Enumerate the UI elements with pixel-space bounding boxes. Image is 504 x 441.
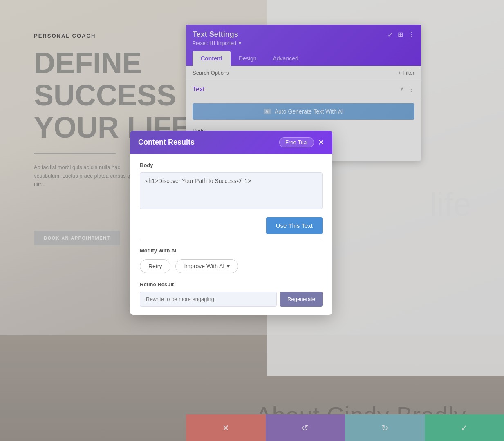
- close-button[interactable]: ✕: [318, 138, 324, 147]
- use-text-btn-container: Use This Text: [140, 217, 323, 234]
- modal-header-right: Free Trial ✕: [279, 137, 324, 147]
- refine-label: Refine Result: [140, 281, 323, 287]
- modal-header: Content Results Free Trial ✕: [130, 131, 332, 154]
- refine-input[interactable]: [140, 292, 277, 307]
- content-results-modal: Content Results Free Trial ✕ Body <h1>Di…: [130, 131, 332, 315]
- body-section-label: Body: [140, 162, 323, 168]
- retry-button[interactable]: Retry: [140, 259, 170, 273]
- improve-with-ai-button[interactable]: Improve With AI ▾: [175, 259, 238, 273]
- use-this-text-button[interactable]: Use This Text: [266, 217, 323, 234]
- modify-buttons: Retry Improve With AI ▾: [140, 259, 323, 273]
- regenerate-button[interactable]: Regenerate: [280, 292, 323, 307]
- improve-label: Improve With AI: [184, 263, 224, 270]
- free-trial-badge: Free Trial: [279, 137, 314, 147]
- improve-dropdown-icon: ▾: [227, 263, 230, 270]
- modify-label: Modify With AI: [140, 247, 323, 254]
- refine-row: Regenerate: [140, 292, 323, 307]
- refine-section: Refine Result Regenerate: [140, 281, 323, 307]
- modal-title: Content Results: [138, 138, 195, 147]
- body-textarea[interactable]: <h1>Discover Your Path to Success</h1>: [140, 172, 323, 209]
- modal-body: Body <h1>Discover Your Path to Success</…: [130, 154, 332, 315]
- modify-section: Modify With AI Retry Improve With AI ▾: [140, 241, 323, 273]
